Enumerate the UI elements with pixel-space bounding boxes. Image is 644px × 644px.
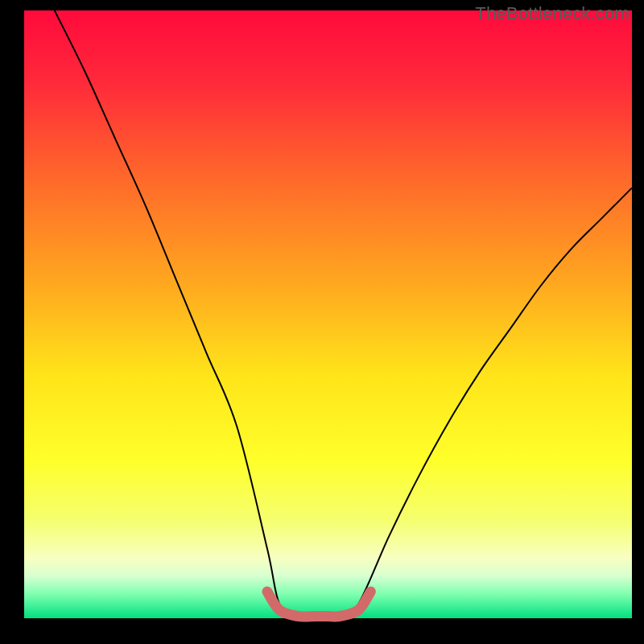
chart-canvas: TheBottleneck.com	[0, 0, 644, 644]
bottleneck-curve	[55, 10, 632, 617]
optimal-zone-highlight	[267, 592, 370, 617]
plot-area	[24, 10, 632, 622]
curve-layer	[24, 10, 632, 622]
watermark-text: TheBottleneck.com	[475, 3, 630, 24]
